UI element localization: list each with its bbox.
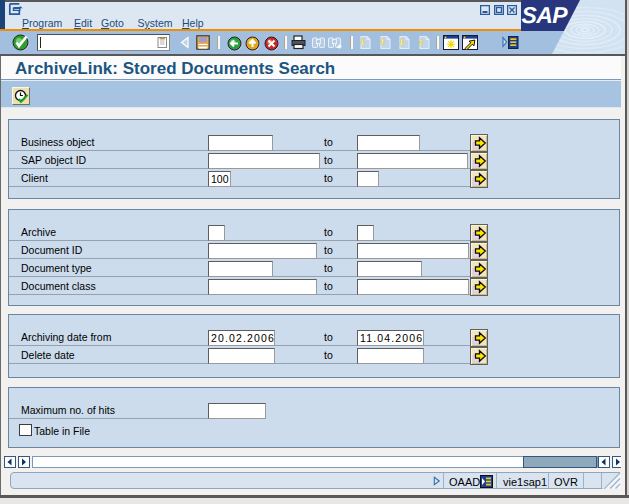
svg-text:SAP: SAP [522,2,569,28]
